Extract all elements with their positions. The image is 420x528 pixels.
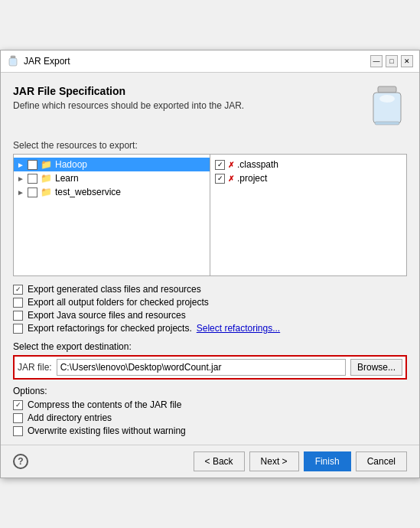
svg-rect-0: [11, 56, 15, 58]
jar-option-0[interactable]: Compress the contents of the JAR file: [13, 399, 407, 410]
title-text: JAR Export: [24, 56, 70, 67]
page-subtitle: Define which resources should be exporte…: [13, 100, 244, 111]
export-option-3[interactable]: Export refactorings for checked projects…: [13, 323, 407, 334]
export-option-2[interactable]: Export Java source files and resources: [13, 310, 407, 321]
file-item-classpath[interactable]: ✓ ✗ .classpath: [210, 158, 406, 171]
maximize-button[interactable]: □: [386, 55, 398, 67]
jar-title-icon: [7, 55, 19, 67]
svg-point-2: [11, 58, 15, 64]
finish-button[interactable]: Finish: [304, 451, 351, 471]
resources-panel: ► ✓ 📁 Hadoop ► 📁 Learn ► 📁 test: [13, 154, 407, 276]
title-bar-controls: — □ ✕: [370, 55, 413, 67]
title-bar: JAR Export — □ ✕: [1, 51, 419, 73]
arrow-icon: ►: [17, 188, 26, 197]
testwebservice-checkbox[interactable]: [28, 187, 37, 197]
back-button[interactable]: < Back: [194, 451, 245, 471]
header-text: JAR File Specification Define which reso…: [13, 85, 244, 120]
arrow-icon: ►: [17, 174, 26, 183]
testwebservice-folder-icon: 📁: [41, 187, 52, 197]
export-dest-label: Select the export destination:: [13, 341, 407, 352]
browse-button[interactable]: Browse...: [350, 359, 402, 376]
svg-rect-6: [375, 122, 399, 125]
hadoop-checkbox[interactable]: ✓: [28, 160, 37, 170]
export-option-1-label: Export all output folders for checked pr…: [28, 297, 209, 308]
bottom-buttons: < Back Next > Finish Cancel: [194, 451, 407, 471]
classpath-checkbox[interactable]: ✓: [215, 160, 225, 170]
tree-item-hadoop[interactable]: ► ✓ 📁 Hadoop: [14, 158, 210, 171]
jar-option-2[interactable]: Overwrite existing files without warning: [13, 425, 407, 436]
title-bar-left: JAR Export: [7, 55, 70, 67]
tree-item-learn[interactable]: ► 📁 Learn: [14, 171, 210, 185]
project-checkbox[interactable]: ✓: [215, 174, 225, 184]
export-option-0[interactable]: Export generated class files and resourc…: [13, 284, 407, 295]
close-button[interactable]: ✕: [401, 55, 413, 67]
jar-file-label: JAR file:: [18, 362, 52, 373]
help-button[interactable]: ?: [13, 454, 28, 469]
export-option-0-label: Export generated class files and resourc…: [28, 284, 201, 295]
testwebservice-label: test_webservice: [55, 187, 121, 197]
hadoop-folder-icon: 📁: [41, 159, 52, 170]
learn-label: Learn: [55, 173, 79, 184]
jar-options-section: Options: Compress the contents of the JA…: [13, 386, 407, 436]
jar-option-2-checkbox[interactable]: [13, 426, 23, 436]
svg-rect-3: [378, 86, 396, 93]
cancel-button[interactable]: Cancel: [356, 451, 407, 471]
export-options-section: Export generated class files and resourc…: [13, 284, 407, 334]
export-option-2-checkbox[interactable]: [13, 311, 23, 321]
export-option-3-checkbox[interactable]: [13, 324, 23, 334]
tree-item-testwebservice[interactable]: ► 📁 test_webservice: [14, 185, 210, 199]
jar-option-2-label: Overwrite existing files without warning: [28, 425, 186, 436]
tree-pane[interactable]: ► ✓ 📁 Hadoop ► 📁 Learn ► 📁 test: [14, 155, 210, 275]
classpath-label: .classpath: [237, 159, 278, 170]
learn-checkbox[interactable]: [28, 174, 37, 184]
jar-option-1[interactable]: Add directory entries: [13, 412, 407, 423]
export-option-0-checkbox[interactable]: [13, 285, 23, 295]
file-item-project[interactable]: ✓ ✗ .project: [210, 171, 406, 185]
jar-option-1-label: Add directory entries: [28, 412, 112, 423]
jar-options-label: Options:: [13, 386, 407, 396]
hadoop-label: Hadoop: [55, 159, 87, 170]
files-pane: ✓ ✗ .classpath ✓ ✗ .project: [210, 155, 406, 275]
export-option-1[interactable]: Export all output folders for checked pr…: [13, 297, 407, 308]
resources-section-label: Select the resources to export:: [13, 140, 407, 151]
jar-export-window: JAR Export — □ ✕ JAR File Specification …: [0, 50, 420, 478]
svg-point-5: [379, 95, 395, 103]
jar-file-row: JAR file: Browse...: [13, 355, 407, 380]
select-refactorings-link[interactable]: Select refactorings...: [197, 323, 280, 334]
page-title: JAR File Specification: [13, 85, 244, 97]
content-area: JAR File Specification Define which reso…: [1, 73, 419, 445]
export-dest-section: Select the export destination: JAR file:…: [13, 341, 407, 380]
next-button[interactable]: Next >: [249, 451, 299, 471]
export-option-3-label: Export refactorings for checked projects…: [28, 323, 192, 334]
learn-folder-icon: 📁: [41, 173, 52, 184]
classpath-file-icon: ✗: [228, 161, 234, 169]
jar-option-1-checkbox[interactable]: [13, 413, 23, 423]
bottom-left: ?: [13, 454, 28, 469]
bottom-bar: ? < Back Next > Finish Cancel: [1, 445, 419, 477]
minimize-button[interactable]: —: [370, 55, 383, 67]
project-file-icon: ✗: [228, 174, 234, 183]
export-option-1-checkbox[interactable]: [13, 298, 23, 308]
jar-big-icon: [367, 85, 407, 131]
export-option-2-label: Export Java source files and resources: [28, 310, 186, 321]
arrow-icon: ►: [17, 161, 26, 169]
jar-option-0-checkbox[interactable]: [13, 400, 23, 410]
jar-file-input[interactable]: [57, 359, 346, 376]
header-row: JAR File Specification Define which reso…: [13, 85, 407, 131]
jar-option-0-label: Compress the contents of the JAR file: [28, 399, 181, 410]
project-label: .project: [237, 173, 267, 184]
